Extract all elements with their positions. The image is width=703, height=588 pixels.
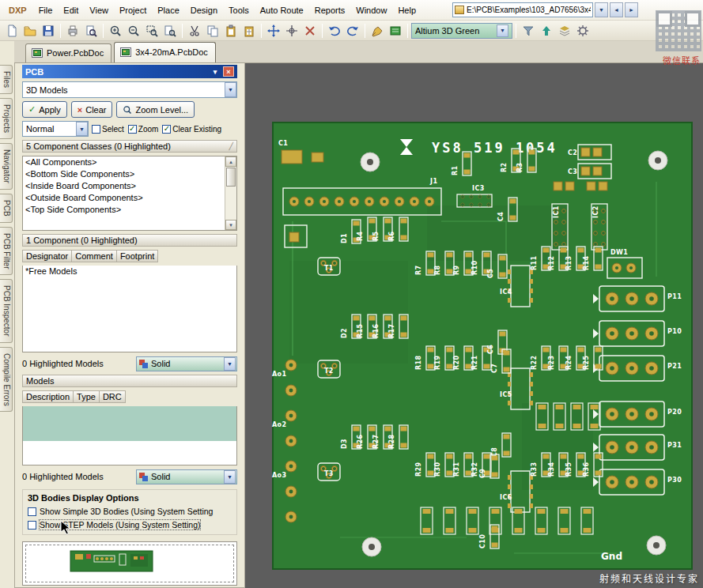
- panel-close-icon[interactable]: ×: [223, 66, 234, 77]
- panel-tab[interactable]: Files: [0, 65, 13, 94]
- zoom-level-button[interactable]: Zoom Level...: [116, 101, 195, 118]
- display-option-checkbox[interactable]: Show Simple 3D Bodies (Using System Sett…: [28, 507, 232, 516]
- filter-checkbox[interactable]: Select: [92, 125, 124, 134]
- apply-button[interactable]: ✓ Apply: [22, 101, 67, 118]
- panel-tab[interactable]: Projects: [0, 98, 13, 139]
- chevron-down-icon[interactable]: ▼: [225, 82, 236, 97]
- settings-gear-icon[interactable]: [574, 22, 592, 40]
- menu-item[interactable]: View: [84, 2, 114, 18]
- move-icon[interactable]: [265, 22, 282, 40]
- view-configuration-select[interactable]: Altium 3D Green ▼: [411, 23, 512, 39]
- filter-checkbox[interactable]: Zoom: [128, 125, 159, 134]
- filter-icon[interactable]: [520, 22, 537, 40]
- models-list[interactable]: [22, 406, 237, 466]
- zoom-in-icon[interactable]: [107, 22, 124, 40]
- panel-menu-chevron-icon[interactable]: ▾: [210, 66, 221, 77]
- path-input[interactable]: [467, 6, 591, 14]
- components-header[interactable]: 1 Component (0 Highlighted): [22, 234, 237, 247]
- display-mode-select-1[interactable]: Solid ▼: [136, 356, 237, 371]
- menu-item[interactable]: Help: [392, 2, 421, 18]
- models-highlight-area[interactable]: [23, 406, 236, 441]
- column-header[interactable]: Type: [74, 390, 100, 403]
- components-list[interactable]: *Free Models: [22, 266, 237, 352]
- chevron-down-icon[interactable]: ▼: [76, 122, 88, 136]
- checkbox-box[interactable]: [128, 125, 137, 134]
- pcb-editor-canvas[interactable]: YS8 519 1054 Gnd C1C2C3J1IC3DW1T1T2T3P11…: [245, 63, 703, 588]
- menu-item[interactable]: Reports: [309, 2, 351, 18]
- component-row[interactable]: *Free Models: [23, 266, 236, 277]
- chevron-down-icon[interactable]: ▼: [224, 470, 236, 484]
- menu-item[interactable]: Tools: [223, 2, 255, 18]
- filter-checkbox[interactable]: Clear Existing: [162, 125, 221, 134]
- save-icon[interactable]: [40, 22, 57, 40]
- paste-array-icon[interactable]: [240, 22, 258, 40]
- column-header[interactable]: Comment: [72, 250, 117, 262]
- zoom-document-icon[interactable]: [161, 22, 179, 40]
- upload-icon[interactable]: [538, 22, 555, 40]
- document-tab[interactable]: 3x4-20mA.PcbDoc: [114, 42, 216, 62]
- print-preview-icon[interactable]: [82, 22, 100, 40]
- clear-filter-icon[interactable]: [301, 22, 319, 40]
- menu-item[interactable]: Design: [185, 2, 223, 18]
- checkbox-box[interactable]: [162, 125, 171, 134]
- display-mode-select-2[interactable]: Solid ▼: [136, 469, 237, 484]
- layers-icon[interactable]: [556, 22, 573, 40]
- open-document-icon[interactable]: [21, 22, 39, 40]
- classes-scrollbar[interactable]: ▲ ▼: [225, 156, 236, 230]
- new-document-icon[interactable]: [3, 22, 21, 40]
- column-header[interactable]: Footprint: [117, 250, 158, 262]
- panel-tab[interactable]: Compile Errors: [0, 347, 13, 413]
- chevron-down-icon[interactable]: ▼: [224, 357, 236, 371]
- column-header[interactable]: DRC: [100, 390, 126, 403]
- interactive-routing-icon[interactable]: [369, 22, 386, 40]
- document-tab[interactable]: Power.PcbDoc: [25, 43, 111, 62]
- panel-tab[interactable]: Navigator: [0, 143, 13, 190]
- menu-item[interactable]: Edit: [58, 2, 84, 18]
- panel-mode-select[interactable]: 3D Models ▼: [22, 81, 237, 98]
- zoom-out-icon[interactable]: [125, 22, 142, 40]
- column-header[interactable]: Description: [22, 390, 74, 403]
- board-preview-pane[interactable]: [22, 541, 237, 586]
- scroll-down-icon[interactable]: ▼: [225, 220, 236, 230]
- component-class-row[interactable]: <Bottom Side Components>: [23, 168, 225, 180]
- panel-tab[interactable]: PCB Filter: [0, 227, 13, 276]
- menu-dxp[interactable]: DXP: [3, 2, 32, 18]
- document-path-combo[interactable]: [452, 2, 593, 17]
- svg-text:T3: T3: [324, 470, 334, 477]
- print-icon[interactable]: [64, 22, 81, 40]
- menu-item[interactable]: Auto Route: [255, 2, 309, 18]
- browse-back-icon[interactable]: ◄: [610, 2, 623, 17]
- mask-mode-select[interactable]: Normal ▼: [22, 121, 89, 137]
- crosshair-icon[interactable]: [283, 22, 300, 40]
- undo-icon[interactable]: [326, 22, 343, 40]
- component-class-row[interactable]: <Top Side Components>: [23, 204, 225, 216]
- panel-tab[interactable]: PCB: [0, 194, 13, 223]
- checkbox-box[interactable]: [92, 125, 100, 134]
- menu-item[interactable]: File: [33, 2, 59, 18]
- component-class-row[interactable]: <Inside Board Components>: [23, 180, 225, 192]
- copy-icon[interactable]: [204, 22, 221, 40]
- menu-item[interactable]: Window: [350, 2, 392, 18]
- checkbox-box[interactable]: [28, 507, 36, 516]
- redo-icon[interactable]: [344, 22, 361, 40]
- chevron-down-icon[interactable]: ▼: [497, 24, 508, 37]
- browse-forward-icon[interactable]: ►: [625, 2, 638, 17]
- component-classes-header[interactable]: 5 Component Classes (0 Highlighted): [22, 140, 237, 153]
- component-class-row[interactable]: <Outside Board Components>: [23, 192, 225, 204]
- paste-icon[interactable]: [222, 22, 240, 40]
- panel-tab[interactable]: PCB Inspector: [0, 279, 13, 342]
- path-dropdown-button[interactable]: ▼: [595, 2, 608, 17]
- pcb-panel-titlebar[interactable]: PCB ▾ ×: [22, 65, 237, 78]
- menu-item[interactable]: Place: [152, 2, 185, 18]
- polygon-pour-icon[interactable]: [387, 22, 404, 40]
- menu-item[interactable]: Project: [114, 2, 152, 18]
- component-class-row[interactable]: <All Components>: [23, 156, 225, 168]
- clear-button[interactable]: × Clear: [71, 101, 113, 118]
- scroll-up-icon[interactable]: ▲: [225, 156, 236, 167]
- scroll-thumb[interactable]: [226, 168, 236, 187]
- zoom-area-icon[interactable]: [143, 22, 161, 40]
- checkbox-box[interactable]: [28, 521, 36, 530]
- display-option-checkbox[interactable]: Show STEP Models (Using System Setting): [28, 520, 232, 530]
- cut-icon[interactable]: [186, 22, 203, 40]
- column-header[interactable]: Designator: [22, 250, 72, 262]
